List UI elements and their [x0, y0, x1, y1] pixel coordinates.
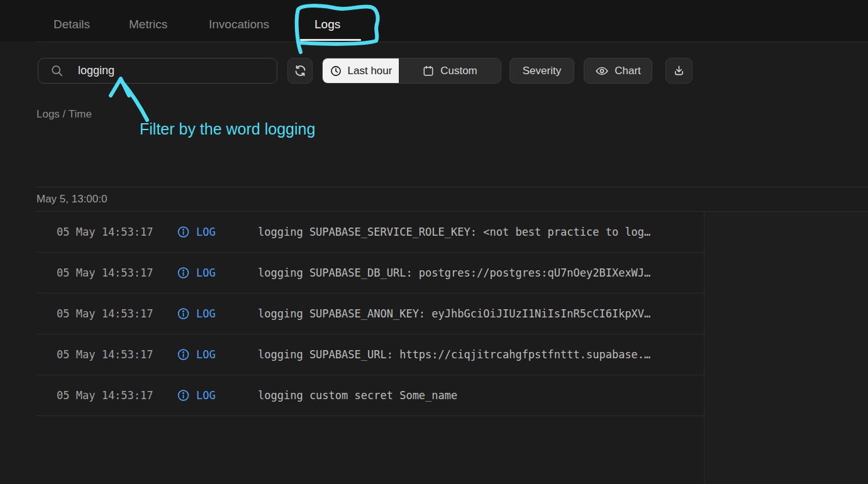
custom-range-label: Custom — [440, 65, 477, 77]
chart-label: Chart — [615, 65, 641, 77]
time-range-label: Last hour — [348, 65, 392, 77]
active-tab-indicator — [300, 39, 361, 41]
log-level-badge: LOG — [196, 348, 216, 361]
time-range-custom-button[interactable]: Custom — [399, 58, 501, 83]
log-row[interactable]: 05 May 14:53:17 LOG logging SUPABASE_URL… — [36, 334, 704, 375]
info-icon — [177, 267, 189, 279]
log-timestamp: 05 May 14:53:17 — [57, 307, 153, 320]
download-logs-button[interactable] — [665, 58, 693, 84]
clock-icon — [330, 65, 342, 77]
log-timestamp: 05 May 14:53:17 — [57, 348, 153, 361]
chart-toggle-button[interactable]: Chart — [584, 58, 652, 84]
tab-invocations[interactable]: Invocations — [209, 0, 269, 45]
time-range-last-hour-button[interactable]: Last hour — [323, 58, 399, 83]
log-message: logging SUPABASE_URL: https://ciqjitrcah… — [258, 348, 650, 361]
search-icon — [50, 64, 64, 77]
severity-label: Severity — [523, 65, 561, 77]
tab-bar: Details Metrics Invocations Logs — [0, 0, 868, 41]
log-message: logging custom secret Some_name — [258, 389, 457, 402]
tab-metrics[interactable]: Metrics — [129, 0, 167, 45]
log-row[interactable]: 05 May 14:53:17 LOG logging SUPABASE_ANO… — [36, 294, 704, 334]
refresh-button[interactable] — [287, 58, 313, 84]
log-timestamp: 05 May 14:53:17 — [57, 226, 153, 238]
tab-bar-divider — [36, 41, 868, 42]
log-message: logging SUPABASE_DB_URL: postgres://post… — [258, 267, 650, 279]
log-detail-panel — [704, 212, 868, 484]
download-icon — [672, 64, 686, 77]
log-message: logging SUPABASE_SERVICE_ROLE_KEY: <not … — [258, 226, 650, 238]
info-icon — [177, 390, 189, 402]
breadcrumb: Logs / Time — [36, 108, 92, 121]
eye-icon — [595, 64, 609, 78]
tab-details[interactable]: Details — [53, 0, 90, 45]
info-icon — [177, 226, 189, 238]
log-level-badge: LOG — [196, 226, 216, 238]
log-level-badge: LOG — [196, 307, 216, 320]
severity-filter-button[interactable]: Severity — [509, 58, 574, 84]
log-timestamp: 05 May 14:53:17 — [57, 267, 153, 279]
search-input[interactable] — [77, 63, 277, 78]
info-icon — [177, 349, 189, 361]
annotation-arrow-stem — [122, 82, 147, 120]
log-table: 05 May 14:53:17 LOG logging SUPABASE_SER… — [36, 212, 704, 416]
calendar-icon — [422, 65, 435, 77]
log-level-badge: LOG — [196, 267, 216, 279]
log-group-header-label: May 5, 13:00:0 — [36, 193, 107, 206]
log-level-badge: LOG — [196, 389, 216, 402]
log-group-header: May 5, 13:00:0 — [36, 187, 868, 212]
log-message: logging SUPABASE_ANON_KEY: eyJhbGciOiJIU… — [258, 307, 650, 320]
log-timestamp: 05 May 14:53:17 — [57, 389, 153, 402]
log-search-box — [38, 58, 277, 84]
annotation-text: Filter by the word logging — [140, 120, 315, 138]
refresh-icon — [294, 64, 307, 77]
info-icon — [177, 308, 189, 320]
log-row[interactable]: 05 May 14:53:17 LOG logging SUPABASE_DB_… — [36, 253, 704, 294]
panel-divider — [704, 212, 704, 484]
log-row[interactable]: 05 May 14:53:17 LOG logging custom secre… — [36, 375, 704, 416]
logs-page: Details Metrics Invocations Logs Last ho… — [0, 0, 868, 484]
time-range-group: Last hour Custom — [322, 58, 501, 84]
log-row[interactable]: 05 May 14:53:17 LOG logging SUPABASE_SER… — [36, 212, 704, 253]
